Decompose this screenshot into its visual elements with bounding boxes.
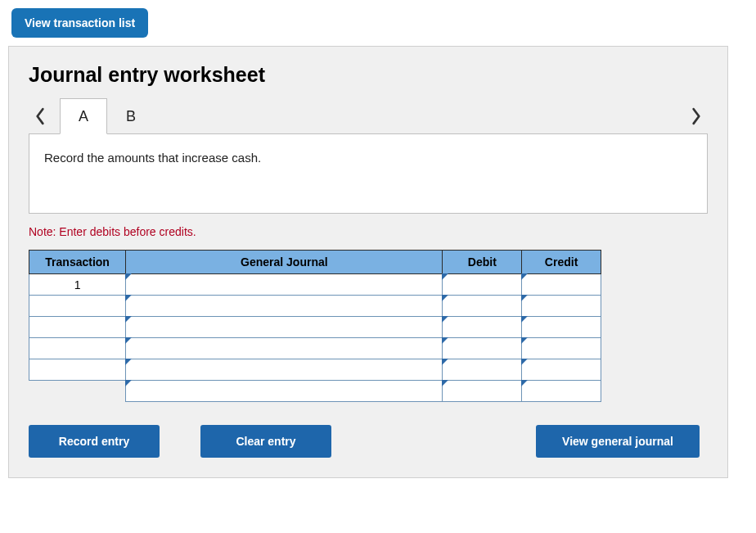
record-entry-button[interactable]: Record entry xyxy=(29,425,160,458)
dropdown-marker-icon xyxy=(521,380,528,386)
dropdown-marker-icon xyxy=(442,337,448,344)
dropdown-marker-icon xyxy=(125,316,132,323)
cell-debit[interactable] xyxy=(443,381,522,402)
table-row xyxy=(29,359,601,381)
tab-nav-row: A B xyxy=(29,98,708,134)
dropdown-marker-icon xyxy=(125,295,132,301)
cell-debit[interactable] xyxy=(443,317,522,338)
dropdown-marker-icon xyxy=(125,273,132,280)
chevron-right-icon xyxy=(691,107,702,125)
cell-credit[interactable] xyxy=(522,296,601,317)
cell-general-journal[interactable] xyxy=(126,381,443,402)
tab-b[interactable]: B xyxy=(107,98,155,134)
cell-transaction[interactable] xyxy=(29,338,126,359)
cell-credit[interactable] xyxy=(522,359,601,381)
cell-credit[interactable] xyxy=(522,381,601,402)
th-debit: Debit xyxy=(443,251,522,274)
cell-debit[interactable] xyxy=(443,274,522,296)
cell-general-journal[interactable] xyxy=(126,359,443,381)
dropdown-marker-icon xyxy=(125,380,132,386)
cell-credit[interactable] xyxy=(522,338,601,359)
cell-debit[interactable] xyxy=(443,359,522,381)
note-text: Note: Enter debits before credits. xyxy=(29,225,708,238)
dropdown-marker-icon xyxy=(521,316,528,323)
tab-a[interactable]: A xyxy=(60,98,107,134)
table-header-row: Transaction General Journal Debit Credit xyxy=(29,251,601,274)
table-row xyxy=(29,317,601,338)
cell-general-journal[interactable] xyxy=(126,317,443,338)
table-row: 1 xyxy=(29,274,601,296)
th-transaction: Transaction xyxy=(29,251,126,274)
dropdown-marker-icon xyxy=(442,359,448,365)
table-row xyxy=(29,381,601,402)
dropdown-marker-icon xyxy=(521,273,528,280)
cell-transaction[interactable] xyxy=(29,317,126,338)
dropdown-marker-icon xyxy=(521,359,528,365)
table-row xyxy=(29,338,601,359)
cell-transaction[interactable] xyxy=(29,296,126,317)
journal-table: Transaction General Journal Debit Credit… xyxy=(29,250,601,402)
view-transaction-list-button[interactable]: View transaction list xyxy=(11,8,148,38)
cell-transaction[interactable] xyxy=(29,359,126,381)
instruction-text: Record the amounts that increase cash. xyxy=(44,151,261,165)
dropdown-marker-icon xyxy=(442,295,448,301)
cell-debit[interactable] xyxy=(443,338,522,359)
dropdown-marker-icon xyxy=(442,273,448,280)
page-title: Journal entry worksheet xyxy=(29,63,708,87)
dropdown-marker-icon xyxy=(442,316,448,323)
worksheet-panel: Journal entry worksheet A B Record the a… xyxy=(8,46,728,478)
cell-general-journal[interactable] xyxy=(126,296,443,317)
instruction-box: Record the amounts that increase cash. xyxy=(29,133,708,214)
cell-credit[interactable] xyxy=(522,317,601,338)
clear-entry-button[interactable]: Clear entry xyxy=(200,425,331,458)
cell-general-journal[interactable] xyxy=(126,274,443,296)
cell-general-journal[interactable] xyxy=(126,338,443,359)
dropdown-marker-icon xyxy=(125,337,132,344)
action-button-row: Record entry Clear entry View general jo… xyxy=(29,425,700,458)
cell-credit[interactable] xyxy=(522,274,601,296)
cell-transaction[interactable]: 1 xyxy=(29,274,126,296)
next-arrow[interactable] xyxy=(685,100,708,133)
th-general-journal: General Journal xyxy=(126,251,443,274)
th-credit: Credit xyxy=(522,251,601,274)
tab-list: A B xyxy=(60,98,155,134)
prev-arrow[interactable] xyxy=(29,100,52,133)
table-row xyxy=(29,296,601,317)
dropdown-marker-icon xyxy=(521,337,528,344)
cell-debit[interactable] xyxy=(443,296,522,317)
cell-transaction-empty xyxy=(29,381,126,402)
view-general-journal-button[interactable]: View general journal xyxy=(536,425,700,458)
chevron-left-icon xyxy=(34,107,46,125)
spacer xyxy=(372,425,495,458)
dropdown-marker-icon xyxy=(125,359,132,365)
dropdown-marker-icon xyxy=(521,295,528,301)
dropdown-marker-icon xyxy=(442,380,448,386)
